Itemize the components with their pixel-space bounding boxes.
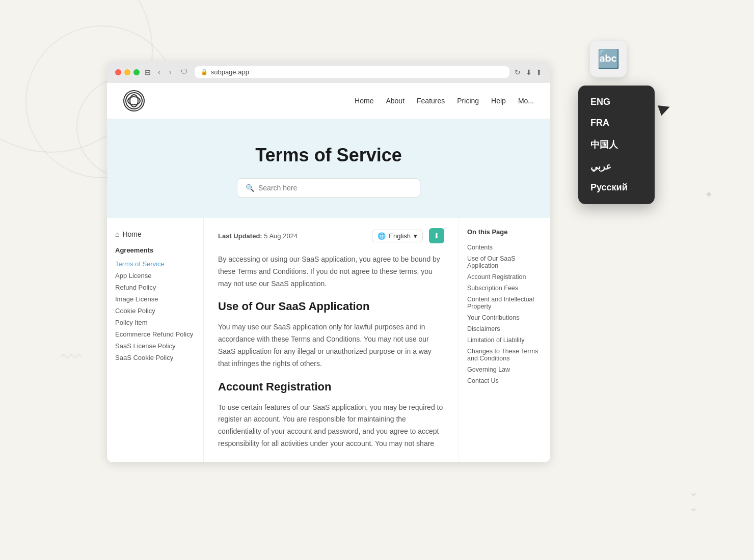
nav-help[interactable]: Help bbox=[491, 97, 506, 105]
address-bar[interactable]: 🔒 subpage.app bbox=[195, 66, 509, 78]
language-dropdown: ENG FRA 中国人 عربي Русский bbox=[578, 86, 655, 204]
chevron-down-icon: ▾ bbox=[414, 232, 417, 240]
download-browser-button[interactable]: ⬇ bbox=[526, 68, 532, 76]
doc-meta: Last Updated: 5 Aug 2024 🌐 English ▾ ⬇ bbox=[218, 228, 444, 243]
deco-chevron-1-icon: ⌄ bbox=[689, 486, 698, 499]
sidebar-item-refund-policy[interactable]: Refund Policy bbox=[115, 282, 195, 293]
sidebar-section-agreements: Agreements bbox=[115, 246, 195, 254]
page-link-disclaimers[interactable]: Disclaimers bbox=[467, 323, 542, 334]
page-link-use-saas[interactable]: Use of Our SaaS Application bbox=[467, 253, 542, 271]
nav-home[interactable]: Home bbox=[355, 97, 373, 105]
window-controls bbox=[115, 69, 140, 75]
language-selector[interactable]: 🌐 English ▾ bbox=[372, 230, 423, 242]
main-content: ⌂ Home Agreements Terms of Service App L… bbox=[107, 218, 550, 462]
page-link-governing-law[interactable]: Governing Law bbox=[467, 364, 542, 375]
sidebar-item-cookie-policy[interactable]: Cookie Policy bbox=[115, 305, 195, 317]
nav-links: Home About Features Pricing Help Mo... bbox=[355, 97, 534, 105]
page-link-content-ip[interactable]: Content and Intellectual Property bbox=[467, 294, 542, 312]
sidebar-item-ecommerce-refund[interactable]: Ecommerce Refund Policy bbox=[115, 328, 195, 340]
sidebar-toggle-button[interactable]: ⊟ bbox=[145, 68, 151, 76]
logo-icon bbox=[123, 90, 145, 111]
reload-button[interactable]: ↻ bbox=[515, 68, 521, 76]
lang-option-chinese[interactable]: 中国人 bbox=[578, 133, 655, 156]
doc-section2-text: To use certain features of our SaaS appl… bbox=[218, 402, 444, 450]
browser-toolbar: ⊟ ‹ › 🛡 🔒 subpage.app ↻ ⬇ ⬆ bbox=[107, 61, 550, 83]
page-link-account-registration[interactable]: Account Registration bbox=[467, 271, 542, 283]
forward-button[interactable]: › bbox=[167, 67, 173, 77]
nav-pricing[interactable]: Pricing bbox=[457, 97, 479, 105]
deco-chevron-2-icon: ⌄ bbox=[689, 501, 698, 514]
lang-option-russian[interactable]: Русский bbox=[578, 177, 655, 198]
deco-star-icon: ✦ bbox=[705, 188, 713, 201]
svg-point-1 bbox=[130, 95, 138, 107]
lang-option-fra[interactable]: FRA bbox=[578, 113, 655, 133]
translate-icon-card: 🔤 bbox=[590, 41, 627, 77]
page-link-subscription-fees[interactable]: Subscription Fees bbox=[467, 283, 542, 294]
doc-intro-text: By accessing or using our SaaS applicati… bbox=[218, 254, 444, 290]
back-button[interactable]: ‹ bbox=[156, 67, 162, 77]
sidebar-item-app-license[interactable]: App License bbox=[115, 270, 195, 282]
minimize-button[interactable] bbox=[124, 69, 130, 75]
shield-button[interactable]: 🛡 bbox=[179, 67, 190, 77]
globe-icon: 🌐 bbox=[378, 232, 386, 240]
site-navbar: Home About Features Pricing Help Mo... bbox=[107, 83, 550, 119]
download-button[interactable]: ⬇ bbox=[429, 228, 444, 243]
sidebar-item-terms-service[interactable]: Terms of Service bbox=[115, 258, 195, 270]
lang-option-eng[interactable]: ENG bbox=[578, 92, 655, 113]
maximize-button[interactable] bbox=[133, 69, 140, 75]
nav-about[interactable]: About bbox=[386, 97, 405, 105]
search-bar[interactable]: 🔍 bbox=[237, 178, 420, 198]
sidebar-item-saas-cookie[interactable]: SaaS Cookie Policy bbox=[115, 352, 195, 363]
last-updated: Last Updated: 5 Aug 2024 bbox=[218, 232, 366, 240]
doc-section1-text: You may use our SaaS application only fo… bbox=[218, 321, 444, 370]
hero-section: Terms of Service 🔍 bbox=[107, 119, 550, 218]
language-label: English bbox=[389, 232, 411, 240]
browser-actions: ⬇ ⬆ bbox=[526, 68, 542, 76]
page-link-limitation[interactable]: Limitation of Liability bbox=[467, 334, 542, 346]
sidebar-item-saas-license[interactable]: SaaS License Policy bbox=[115, 340, 195, 352]
page-link-contributions[interactable]: Your Contributions bbox=[467, 312, 542, 323]
search-input[interactable] bbox=[258, 184, 412, 192]
close-button[interactable] bbox=[115, 69, 121, 75]
doc-section2-title: Account Registration bbox=[218, 380, 444, 394]
nav-features[interactable]: Features bbox=[417, 97, 445, 105]
sidebar-home-link[interactable]: ⌂ Home bbox=[115, 230, 195, 238]
cursor-pointer: ▶ bbox=[656, 98, 672, 118]
page-link-contact-us[interactable]: Contact Us bbox=[467, 375, 542, 386]
search-icon: 🔍 bbox=[246, 184, 254, 192]
sidebar-item-image-license[interactable]: Image License bbox=[115, 293, 195, 305]
site-logo[interactable] bbox=[123, 90, 145, 111]
sidebar-item-policy-item[interactable]: Policy Item bbox=[115, 317, 195, 328]
page-link-contents[interactable]: Contents bbox=[467, 242, 542, 253]
page-link-changes-terms[interactable]: Changes to These Terms and Conditions bbox=[467, 346, 542, 364]
doc-section1-title: Use of Our SaaS Application bbox=[218, 300, 444, 313]
on-this-page-panel: On this Page Contents Use of Our SaaS Ap… bbox=[459, 218, 550, 462]
last-updated-date: 5 Aug 2024 bbox=[264, 232, 298, 240]
lock-icon: 🔒 bbox=[201, 69, 208, 75]
url-text: subpage.app bbox=[211, 68, 249, 76]
sidebar: ⌂ Home Agreements Terms of Service App L… bbox=[107, 218, 204, 462]
nav-more[interactable]: Mo... bbox=[518, 97, 534, 105]
on-this-page-title: On this Page bbox=[467, 228, 542, 236]
home-icon: ⌂ bbox=[115, 230, 119, 238]
page-title: Terms of Service bbox=[123, 145, 534, 166]
svg-point-0 bbox=[128, 97, 140, 105]
browser-window: ⊟ ‹ › 🛡 🔒 subpage.app ↻ ⬇ ⬆ Home About F… bbox=[107, 61, 550, 462]
document-content: Last Updated: 5 Aug 2024 🌐 English ▾ ⬇ B… bbox=[204, 218, 459, 462]
last-updated-label: Last Updated: bbox=[218, 232, 262, 240]
deco-lines-icon: 〰 bbox=[61, 346, 82, 369]
sidebar-home-label: Home bbox=[122, 230, 141, 238]
lang-option-arabic[interactable]: عربي bbox=[578, 156, 655, 177]
share-button[interactable]: ⬆ bbox=[536, 68, 542, 76]
